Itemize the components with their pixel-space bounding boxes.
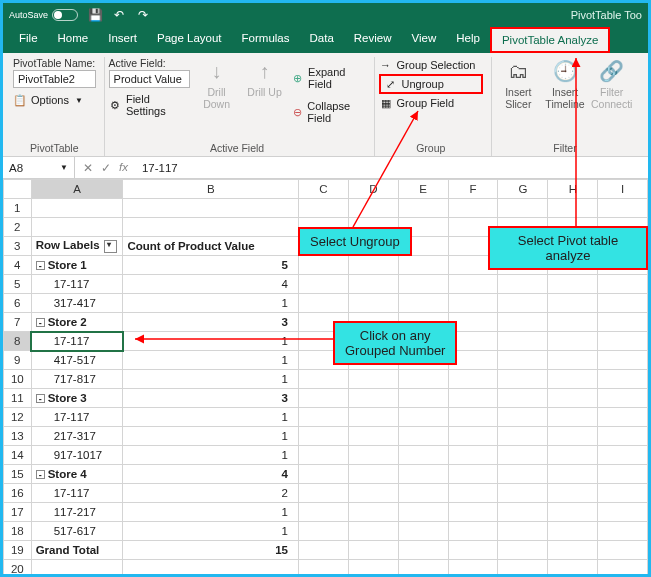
cell[interactable]: -Store 1 bbox=[31, 256, 123, 275]
cell[interactable]: 317-417 bbox=[31, 294, 123, 313]
options-button[interactable]: 📋 Options ▼ bbox=[13, 92, 96, 108]
cell[interactable]: 1 bbox=[123, 446, 298, 465]
cell[interactable] bbox=[298, 408, 348, 427]
cell[interactable] bbox=[548, 275, 598, 294]
confirm-icon[interactable]: ✓ bbox=[101, 161, 111, 175]
cell[interactable] bbox=[398, 465, 448, 484]
row-header[interactable]: 15 bbox=[4, 465, 32, 484]
cell[interactable]: 917-1017 bbox=[31, 446, 123, 465]
cell[interactable] bbox=[598, 351, 648, 370]
cell[interactable] bbox=[598, 465, 648, 484]
cell[interactable] bbox=[548, 427, 598, 446]
row-header[interactable]: 14 bbox=[4, 446, 32, 465]
cell[interactable]: 17-117 bbox=[31, 408, 123, 427]
cell[interactable] bbox=[398, 275, 448, 294]
fx-icon[interactable]: fx bbox=[119, 161, 128, 175]
cell[interactable]: 4 bbox=[123, 275, 298, 294]
cell[interactable] bbox=[598, 408, 648, 427]
cell[interactable] bbox=[498, 541, 548, 560]
col-header-A[interactable]: A bbox=[31, 180, 123, 199]
cell[interactable] bbox=[398, 370, 448, 389]
select-all-corner[interactable] bbox=[4, 180, 32, 199]
collapse-toggle-icon[interactable]: - bbox=[36, 394, 45, 403]
cell[interactable] bbox=[598, 199, 648, 218]
cell[interactable] bbox=[298, 446, 348, 465]
save-icon[interactable]: 💾 bbox=[88, 8, 102, 22]
cell[interactable] bbox=[448, 275, 498, 294]
cell[interactable] bbox=[498, 522, 548, 541]
cell[interactable] bbox=[448, 427, 498, 446]
cell[interactable] bbox=[348, 541, 398, 560]
cell[interactable] bbox=[548, 294, 598, 313]
cell[interactable] bbox=[598, 294, 648, 313]
undo-icon[interactable]: ↶ bbox=[112, 8, 126, 22]
cell[interactable] bbox=[348, 560, 398, 578]
cell[interactable]: 15 bbox=[123, 541, 298, 560]
cell[interactable] bbox=[348, 256, 398, 275]
row-header[interactable]: 19 bbox=[4, 541, 32, 560]
cell[interactable] bbox=[598, 427, 648, 446]
cell[interactable] bbox=[498, 484, 548, 503]
col-header-C[interactable]: C bbox=[298, 180, 348, 199]
cell[interactable] bbox=[298, 541, 348, 560]
cell[interactable] bbox=[548, 541, 598, 560]
row-header[interactable]: 20 bbox=[4, 560, 32, 578]
group-selection-button[interactable]: → Group Selection bbox=[379, 57, 483, 73]
cell[interactable]: -Store 3 bbox=[31, 389, 123, 408]
cell[interactable] bbox=[31, 560, 123, 578]
cell[interactable] bbox=[398, 541, 448, 560]
cell[interactable] bbox=[123, 199, 298, 218]
cell[interactable] bbox=[398, 389, 448, 408]
cell[interactable] bbox=[298, 503, 348, 522]
row-header[interactable]: 7 bbox=[4, 313, 32, 332]
cell[interactable]: 1 bbox=[123, 332, 298, 351]
cell[interactable] bbox=[448, 541, 498, 560]
cell[interactable] bbox=[298, 294, 348, 313]
cell[interactable] bbox=[348, 408, 398, 427]
cell[interactable] bbox=[498, 294, 548, 313]
cell[interactable] bbox=[448, 522, 498, 541]
field-settings-button[interactable]: ⚙ Field Settings bbox=[109, 92, 190, 118]
tab-formulas[interactable]: Formulas bbox=[232, 27, 300, 53]
cell[interactable] bbox=[398, 484, 448, 503]
cell[interactable] bbox=[398, 560, 448, 578]
cell[interactable] bbox=[348, 389, 398, 408]
cell[interactable]: 3 bbox=[123, 389, 298, 408]
cell[interactable] bbox=[598, 484, 648, 503]
cell[interactable] bbox=[398, 522, 448, 541]
row-header[interactable]: 17 bbox=[4, 503, 32, 522]
cell[interactable] bbox=[398, 408, 448, 427]
cell[interactable] bbox=[498, 332, 548, 351]
cell[interactable] bbox=[298, 275, 348, 294]
row-header[interactable]: 8 bbox=[4, 332, 32, 351]
cell[interactable] bbox=[348, 484, 398, 503]
cell[interactable] bbox=[498, 427, 548, 446]
cell[interactable]: 2 bbox=[123, 484, 298, 503]
cell[interactable] bbox=[348, 503, 398, 522]
collapse-toggle-icon[interactable]: - bbox=[36, 261, 45, 270]
cell[interactable] bbox=[598, 560, 648, 578]
cell[interactable] bbox=[548, 408, 598, 427]
collapse-toggle-icon[interactable]: - bbox=[36, 470, 45, 479]
cell[interactable] bbox=[298, 484, 348, 503]
cell[interactable] bbox=[448, 465, 498, 484]
cell[interactable] bbox=[398, 199, 448, 218]
group-field-button[interactable]: ▦ Group Field bbox=[379, 95, 483, 111]
cell[interactable] bbox=[548, 199, 598, 218]
name-box[interactable]: A8 ▼ bbox=[3, 157, 75, 178]
cell[interactable] bbox=[598, 275, 648, 294]
collapse-field-button[interactable]: ⊖ Collapse Field bbox=[292, 99, 366, 125]
cell[interactable] bbox=[598, 522, 648, 541]
cell[interactable] bbox=[123, 560, 298, 578]
cell[interactable] bbox=[448, 370, 498, 389]
cell[interactable] bbox=[548, 370, 598, 389]
cell[interactable] bbox=[598, 370, 648, 389]
cell[interactable] bbox=[598, 446, 648, 465]
cell[interactable] bbox=[348, 465, 398, 484]
row-header[interactable]: 2 bbox=[4, 218, 32, 237]
cell[interactable] bbox=[448, 199, 498, 218]
redo-icon[interactable]: ↷ bbox=[136, 8, 150, 22]
cell[interactable]: 17-117 bbox=[31, 275, 123, 294]
cell[interactable] bbox=[498, 560, 548, 578]
cell[interactable] bbox=[498, 503, 548, 522]
